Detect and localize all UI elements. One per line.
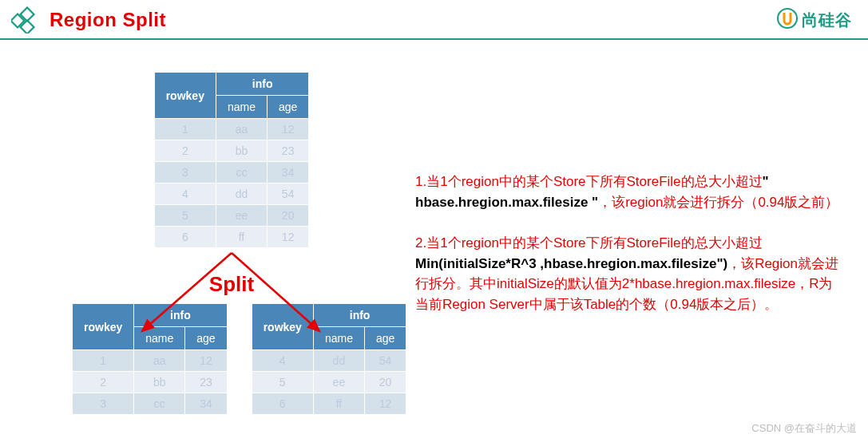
- th-info: info: [313, 304, 406, 327]
- cell-age: 54: [364, 350, 406, 372]
- cell-name: dd: [313, 350, 364, 372]
- cell-name: aa: [134, 350, 185, 372]
- th-rowkey: rowkey: [252, 304, 313, 350]
- cell-age: 54: [267, 184, 308, 205]
- th-age: age: [267, 96, 308, 119]
- rule-1-text-b: ，该region就会进行拆分（0.94版之前）: [598, 195, 838, 210]
- content: rowkey info name age 1aa122bb233cc344dd5…: [0, 40, 868, 423]
- right-table-body: 4dd545ee206ff12: [252, 350, 406, 415]
- table-row: 3cc34: [73, 393, 228, 415]
- rule-2-bold: Min(initialSize*R^3 ,hbase.hregion.max.f…: [415, 256, 727, 271]
- th-info: info: [216, 73, 308, 96]
- cell-age: 12: [267, 119, 308, 140]
- split-label: Split: [72, 272, 391, 297]
- cell-age: 20: [364, 372, 406, 393]
- cell-age: 20: [267, 205, 308, 227]
- table-row: 5ee20: [154, 205, 309, 227]
- table-row: 1aa12: [154, 119, 309, 140]
- table-row: 1aa12: [73, 350, 228, 372]
- brand: 尚硅谷: [776, 7, 852, 33]
- split-area: Split rowkey info: [72, 272, 391, 415]
- th-age: age: [185, 327, 227, 350]
- table-row: 2bb23: [154, 140, 309, 162]
- cell-rowkey: 4: [154, 184, 216, 205]
- right-table: rowkey info name age 4dd545ee206ff12: [252, 303, 407, 415]
- th-name: name: [216, 96, 267, 119]
- rule-2: 2.当1个region中的某个Store下所有StoreFile的总大小超过Mi…: [415, 233, 844, 314]
- cell-name: ff: [313, 393, 364, 415]
- left-table-body: 1aa122bb233cc34: [73, 350, 228, 415]
- cell-name: cc: [134, 393, 185, 415]
- cell-name: ff: [216, 227, 267, 248]
- cell-rowkey: 3: [154, 162, 216, 184]
- table-row: 6ff12: [154, 227, 309, 248]
- top-table-body: 1aa122bb233cc344dd545ee206ff12: [154, 119, 309, 248]
- th-rowkey: rowkey: [154, 73, 216, 119]
- cell-name: cc: [216, 162, 267, 184]
- watermark: CSDN @在奋斗的大道: [751, 421, 857, 436]
- left-table: rowkey info name age 1aa122bb233cc34: [72, 303, 228, 415]
- rule-2-text-a: 2.当1个region中的某个Store下所有StoreFile的总大小超过: [415, 235, 763, 251]
- cell-rowkey: 1: [73, 350, 134, 372]
- brand-icon: [776, 7, 799, 33]
- th-info: info: [134, 304, 227, 327]
- rules-panel: 1.当1个region中的某个Store下所有StoreFile的总大小超过" …: [415, 72, 844, 415]
- cell-age: 23: [185, 372, 227, 393]
- header-left: Region Split: [11, 6, 166, 34]
- cell-rowkey: 5: [252, 372, 313, 393]
- brand-text: 尚硅谷: [802, 10, 852, 31]
- rule-1: 1.当1个region中的某个Store下所有StoreFile的总大小超过" …: [415, 172, 844, 212]
- table-row: 5ee20: [252, 372, 406, 393]
- table-row: 3cc34: [154, 162, 309, 184]
- cell-age: 34: [267, 162, 308, 184]
- cell-age: 12: [364, 393, 406, 415]
- table-row: 4dd54: [154, 184, 309, 205]
- rule-1-text-a: 1.当1个region中的某个Store下所有StoreFile的总大小超过: [415, 174, 763, 189]
- cell-rowkey: 1: [154, 119, 216, 140]
- cell-name: bb: [216, 140, 267, 162]
- cell-name: aa: [216, 119, 267, 140]
- cell-rowkey: 4: [252, 350, 313, 372]
- table-row: 2bb23: [73, 372, 228, 393]
- th-name: name: [134, 327, 185, 350]
- cell-name: ee: [216, 205, 267, 227]
- diagram-area: rowkey info name age 1aa122bb233cc344dd5…: [72, 72, 391, 415]
- cell-age: 34: [185, 393, 227, 415]
- page-title: Region Split: [50, 9, 166, 31]
- cell-rowkey: 5: [154, 205, 216, 227]
- cell-rowkey: 6: [154, 227, 216, 248]
- cell-rowkey: 3: [73, 393, 134, 415]
- cell-name: bb: [134, 372, 185, 393]
- cell-rowkey: 6: [252, 393, 313, 415]
- cell-name: dd: [216, 184, 267, 205]
- th-age: age: [364, 327, 406, 350]
- cell-age: 12: [185, 350, 227, 372]
- cell-rowkey: 2: [73, 372, 134, 393]
- cell-name: ee: [313, 372, 364, 393]
- th-rowkey: rowkey: [73, 304, 134, 350]
- cell-age: 12: [267, 227, 308, 248]
- cell-rowkey: 2: [154, 140, 216, 162]
- logo-icon: [11, 6, 38, 34]
- th-name: name: [313, 327, 364, 350]
- cell-age: 23: [267, 140, 308, 162]
- header: Region Split 尚硅谷: [0, 0, 868, 40]
- top-table: rowkey info name age 1aa122bb233cc344dd5…: [154, 72, 310, 248]
- table-row: 6ff12: [252, 393, 406, 415]
- table-row: 4dd54: [252, 350, 406, 372]
